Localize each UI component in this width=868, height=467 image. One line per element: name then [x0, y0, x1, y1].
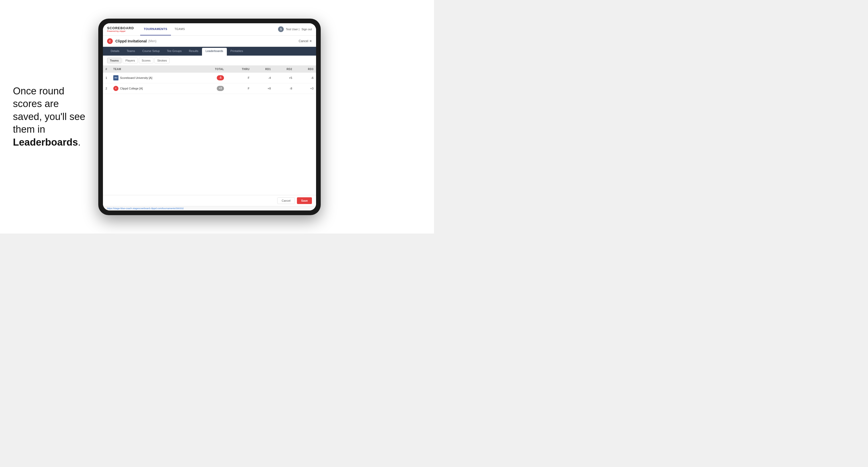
- description-bold: Leaderboards: [13, 137, 78, 148]
- rd3-1: -6: [295, 73, 316, 83]
- url-bar: https://stage-blue-coach.stagescoerboard…: [103, 206, 316, 211]
- thru-1: F: [226, 73, 252, 83]
- col-rd1: RD1: [252, 66, 273, 73]
- col-team: TEAM: [111, 66, 198, 73]
- description-end: .: [78, 137, 81, 148]
- sub-controls: Teams Players Scores Strokes: [103, 56, 316, 66]
- nav-teams[interactable]: TEAMS: [171, 23, 189, 35]
- col-rank: #: [103, 66, 111, 73]
- team-name-1: SU Scoreboard University [A]: [111, 73, 198, 83]
- col-rd3: RD3: [295, 66, 316, 73]
- leaderboard-table: # TEAM TOTAL THRU: [103, 66, 316, 195]
- logo-text: SCOREBOARD: [107, 26, 134, 30]
- tablet-device: SCOREBOARD Powered by clippd TOURNAMENTS…: [98, 19, 321, 215]
- rd2-2: -8: [273, 83, 294, 94]
- col-rd2: RD2: [273, 66, 294, 73]
- tournament-subtitle: (Men): [148, 39, 156, 43]
- total-1: -5: [198, 73, 226, 83]
- sub-btn-strokes[interactable]: Strokes: [154, 58, 170, 63]
- user-avatar: S: [278, 26, 284, 32]
- table-row: 2 C Clippd College [A] +3: [103, 83, 316, 94]
- score-badge-2: +3: [217, 86, 224, 91]
- tab-details[interactable]: Details: [107, 47, 123, 56]
- sub-btn-teams[interactable]: Teams: [107, 58, 122, 63]
- tab-tee-groups[interactable]: Tee Groups: [163, 47, 185, 56]
- team-name-2: C Clippd College [A]: [111, 83, 198, 94]
- nav-links: TOURNAMENTS TEAMS: [140, 23, 189, 35]
- team-logo-2: C: [113, 86, 119, 91]
- rd1-2: +8: [252, 83, 273, 94]
- sub-btn-players[interactable]: Players: [123, 58, 138, 63]
- powered-by: Powered by clippd: [107, 30, 134, 32]
- rank-2: 2: [103, 83, 111, 94]
- rd1-1: -4: [252, 73, 273, 83]
- left-description: Once round scores are saved, you'll see …: [0, 74, 98, 159]
- tab-leaderboards[interactable]: Leaderboards: [202, 48, 227, 56]
- tab-teams[interactable]: Teams: [123, 47, 138, 56]
- save-button[interactable]: Save: [297, 197, 312, 204]
- nav-tournaments[interactable]: TOURNAMENTS: [140, 23, 171, 35]
- table-header-row: # TEAM TOTAL THRU: [103, 66, 316, 73]
- logo-area: SCOREBOARD Powered by clippd: [107, 26, 134, 32]
- score-badge-1: -5: [217, 75, 224, 81]
- user-name: Test User |: [286, 28, 299, 31]
- nav-right: S Test User | Sign out: [278, 26, 312, 32]
- tournament-title: Clippd Invitational: [115, 39, 147, 43]
- cancel-button[interactable]: Cancel: [277, 197, 295, 204]
- rank-1: 1: [103, 73, 111, 83]
- tab-navigation: Details Teams Course Setup Tee Groups Re…: [103, 47, 316, 56]
- description-text: Once round scores are saved, you'll see …: [13, 86, 85, 135]
- col-thru: THRU: [226, 66, 252, 73]
- cancel-header-button[interactable]: Cancel ✕: [299, 39, 312, 43]
- tab-results[interactable]: Results: [185, 47, 202, 56]
- table-row: 1 SU Scoreboard University [A] -5: [103, 73, 316, 83]
- tournament-logo: C: [107, 38, 113, 44]
- close-icon: ✕: [309, 39, 312, 43]
- tab-printables[interactable]: Printables: [227, 47, 247, 56]
- sub-btn-scores[interactable]: Scores: [139, 58, 153, 63]
- tablet-screen: SCOREBOARD Powered by clippd TOURNAMENTS…: [103, 23, 316, 211]
- top-navigation: SCOREBOARD Powered by clippd TOURNAMENTS…: [103, 23, 316, 36]
- sign-out-link[interactable]: Sign out: [302, 28, 312, 31]
- team-logo-1: SU: [113, 75, 119, 81]
- footer-bar: Cancel Save: [103, 195, 316, 206]
- rd2-1: +5: [273, 73, 294, 83]
- total-2: +3: [198, 83, 226, 94]
- rd3-2: +3: [295, 83, 316, 94]
- content-area: Teams Players Scores Strokes: [103, 56, 316, 211]
- col-total: TOTAL: [198, 66, 226, 73]
- tab-course-setup[interactable]: Course Setup: [138, 47, 163, 56]
- thru-2: F: [226, 83, 252, 94]
- tournament-header: C Clippd Invitational (Men) Cancel ✕: [103, 36, 316, 47]
